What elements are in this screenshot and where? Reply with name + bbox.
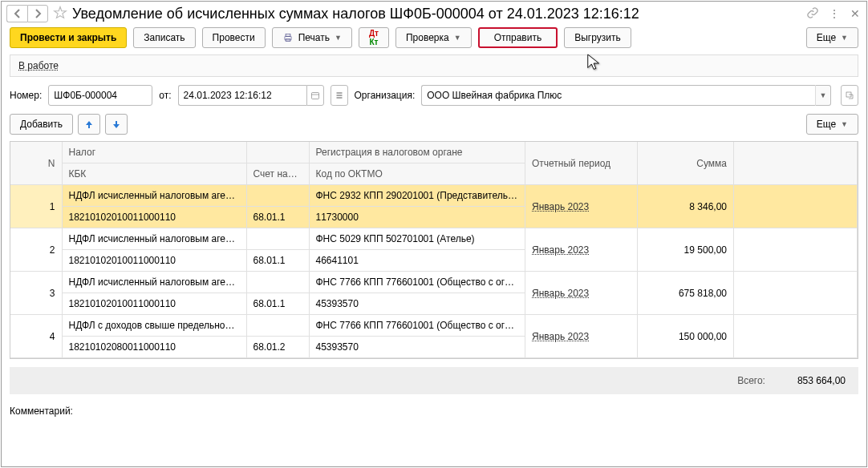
date-input[interactable] [178, 85, 306, 106]
cell-reg[interactable]: ФНС 7766 КПП 776601001 (Общество с огра.… [309, 272, 525, 293]
totals-row: Всего: 853 664,00 [10, 367, 858, 394]
cell-amount: 8 346,00 [638, 185, 734, 228]
cell-acct-blank [246, 272, 309, 293]
cell-reg[interactable]: ФНС 5029 КПП 502701001 (Ателье) [309, 228, 525, 250]
cell-n: 2 [10, 228, 62, 272]
nav-back-button[interactable] [6, 5, 27, 22]
cell-oktmo[interactable]: 11730000 [309, 207, 525, 228]
col-oktmo[interactable]: Код по ОКТМО [309, 163, 525, 185]
col-acct-label[interactable]: Счет налога [246, 163, 309, 185]
status-bar: В работе [10, 54, 858, 77]
grid-more-button[interactable]: Еще ▼ [806, 114, 858, 135]
col-n[interactable]: N [10, 142, 62, 185]
window-title: Уведомление об исчисленных суммах налого… [72, 6, 806, 22]
cell-reg[interactable]: ФНС 7766 КПП 776601001 (Общество с огра.… [309, 315, 525, 337]
cell-acct-blank [246, 228, 309, 250]
table-row[interactable]: 3НДФЛ исчисленный налоговым агентомФНС 7… [10, 272, 858, 293]
save-button[interactable]: Записать [133, 27, 195, 48]
caret-down-icon: ▼ [335, 34, 342, 42]
col-period[interactable]: Отчетный период [525, 142, 638, 185]
cell-kbk[interactable]: 18210102010011000110 [62, 293, 246, 315]
cell-period[interactable]: Январь 2023 [525, 315, 638, 358]
table-row[interactable]: 2НДФЛ исчисленный налоговым агентомФНС 5… [10, 228, 858, 250]
cell-amount: 19 500,00 [638, 228, 734, 272]
more-menu-icon[interactable]: ⋮ [829, 7, 841, 20]
cell-kbk[interactable]: 18210102010011000110 [62, 250, 246, 272]
org-dropdown-button[interactable]: ▼ [815, 85, 831, 106]
favorite-star-icon[interactable] [53, 6, 67, 22]
cell-oktmo[interactable]: 45393570 [309, 337, 525, 358]
close-icon[interactable]: ✕ [850, 7, 860, 20]
col-blank [734, 142, 858, 185]
caret-down-icon: ▼ [841, 120, 848, 128]
svg-rect-1 [286, 34, 290, 36]
cell-acct-blank [246, 185, 309, 207]
totals-label: Всего: [737, 375, 765, 386]
cell-period[interactable]: Январь 2023 [525, 185, 638, 228]
cell-amount: 150 000,00 [638, 315, 734, 358]
arrow-down-icon [112, 119, 121, 129]
arrow-right-icon [33, 9, 43, 18]
table-row[interactable]: 1НДФЛ исчисленный налоговым агентомФНС 2… [10, 185, 858, 207]
cell-tax[interactable]: НДФЛ исчисленный налоговым агентом [62, 228, 246, 250]
caret-down-icon: ▼ [841, 34, 848, 42]
caret-down-icon: ▼ [820, 91, 827, 99]
cell-n: 1 [10, 185, 62, 228]
svg-rect-3 [311, 93, 318, 99]
list-mode-button[interactable] [331, 85, 348, 106]
check-button[interactable]: Проверка ▼ [395, 27, 472, 48]
cell-acct[interactable]: 68.01.2 [246, 337, 309, 358]
move-up-button[interactable] [78, 114, 100, 135]
col-acct[interactable] [246, 142, 309, 163]
cell-period[interactable]: Январь 2023 [525, 272, 638, 315]
number-label: Номер: [10, 90, 42, 101]
cell-tax[interactable]: НДФЛ исчисленный налоговым агентом [62, 185, 246, 207]
cell-kbk[interactable]: 18210102080011000110 [62, 337, 246, 358]
cell-acct-blank [246, 315, 309, 337]
post-button[interactable]: Провести [202, 27, 266, 48]
number-input[interactable] [48, 85, 152, 106]
send-button[interactable]: Отправить [478, 27, 558, 48]
arrow-up-icon [84, 119, 94, 129]
dtkt-button[interactable]: ДтКт [359, 27, 389, 48]
cell-acct[interactable]: 68.01.1 [246, 293, 309, 315]
cell-blank [734, 185, 858, 228]
col-tax[interactable]: Налог [62, 142, 246, 163]
cell-acct[interactable]: 68.01.1 [246, 250, 309, 272]
nav-forward-button[interactable] [27, 5, 48, 22]
cell-oktmo[interactable]: 45393570 [309, 293, 525, 315]
cell-blank [734, 228, 858, 272]
add-row-button[interactable]: Добавить [10, 114, 73, 135]
calendar-icon [310, 91, 320, 100]
unload-button[interactable]: Выгрузить [564, 27, 631, 48]
open-icon [845, 91, 854, 100]
col-kbk[interactable]: КБК [62, 163, 246, 185]
totals-value: 853 664,00 [797, 375, 846, 386]
org-open-button[interactable] [841, 85, 858, 106]
col-reg[interactable]: Регистрация в налоговом органе [309, 142, 525, 163]
dtkt-icon: ДтКт [369, 29, 379, 46]
cell-tax[interactable]: НДФЛ исчисленный налоговым агентом [62, 272, 246, 293]
post-and-close-button[interactable]: Провести и закрыть [10, 27, 127, 48]
col-amount[interactable]: Сумма [638, 142, 734, 185]
cell-tax[interactable]: НДФЛ с доходов свыше предельной величин.… [62, 315, 246, 337]
link-icon[interactable] [806, 6, 819, 22]
comment-label: Комментарий: [10, 405, 73, 417]
cell-amount: 675 818,00 [638, 272, 734, 315]
toolbar-more-button[interactable]: Еще ▼ [806, 27, 858, 48]
org-input[interactable] [421, 85, 815, 106]
move-down-button[interactable] [105, 114, 128, 135]
cell-kbk[interactable]: 18210102010011000110 [62, 207, 246, 228]
print-button[interactable]: Печать ▼ [272, 27, 352, 48]
caret-down-icon: ▼ [454, 34, 461, 42]
tax-grid[interactable]: N Налог Регистрация в налоговом органе О… [10, 142, 858, 358]
svg-rect-2 [286, 39, 290, 42]
cell-reg[interactable]: ФНС 2932 КПП 290201001 (Представительст.… [309, 185, 525, 207]
cell-period[interactable]: Январь 2023 [525, 228, 638, 272]
table-row[interactable]: 4НДФЛ с доходов свыше предельной величин… [10, 315, 858, 337]
cell-n: 4 [10, 315, 62, 358]
cell-acct[interactable]: 68.01.1 [246, 207, 309, 228]
status-link[interactable]: В работе [18, 60, 59, 71]
cell-oktmo[interactable]: 46641101 [309, 250, 525, 272]
calendar-button[interactable] [306, 85, 324, 106]
